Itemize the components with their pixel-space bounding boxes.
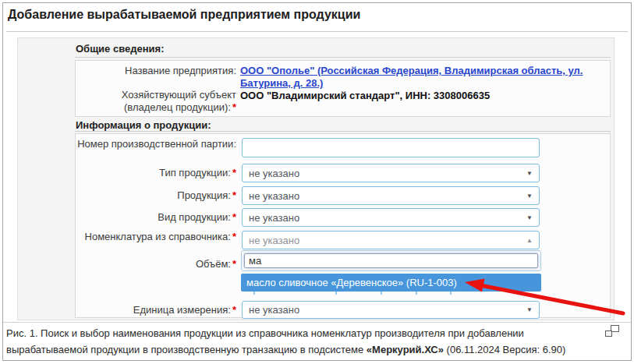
dropdown-arrow-icon: ▼ (526, 306, 533, 314)
nomenclature-combobox[interactable]: не указано ▲ (242, 231, 540, 249)
unit-select[interactable]: не указано ▼ (242, 301, 540, 319)
product-section-heading: Информация о продукции: (76, 119, 211, 131)
enterprise-name-link[interactable]: ООО "Ополье" (Российская Федерация, Влад… (240, 65, 613, 90)
caption-divider (3, 322, 631, 323)
page: Добавление вырабатываемой предприятием п… (0, 0, 634, 364)
hidden-field-edge (450, 292, 452, 295)
page-title: Добавление вырабатываемой предприятием п… (8, 8, 360, 22)
product-type-label: Тип продукции:* (77, 167, 236, 179)
required-asterisk: * (232, 231, 236, 242)
product-kind-select[interactable]: не указано ▼ (242, 208, 540, 227)
product-label: Продукция:* (77, 189, 236, 202)
hidden-field-edge (253, 292, 255, 295)
dropdown-arrow-icon: ▼ (526, 170, 533, 178)
owner-label: Хозяйствующий субъект (владелец продукци… (77, 89, 236, 114)
general-section-divider (75, 57, 611, 58)
required-asterisk: * (232, 101, 236, 113)
title-divider (6, 31, 628, 32)
product-type-select[interactable]: не указано ▼ (242, 164, 540, 182)
required-asterisk: * (232, 167, 236, 178)
hidden-field-edge (416, 292, 417, 295)
unit-label: Единица измерения:* (77, 304, 236, 316)
nomenclature-dropdown (241, 250, 541, 271)
hidden-field-edge (381, 292, 382, 295)
required-asterisk: * (232, 189, 236, 201)
dropup-arrow-icon: ▲ (526, 237, 533, 245)
dropdown-arrow-icon: ▼ (526, 193, 533, 200)
dropdown-arrow-icon: ▼ (526, 214, 533, 222)
required-asterisk: * (232, 258, 236, 270)
required-asterisk: * (232, 304, 236, 316)
nomenclature-search-input[interactable] (244, 253, 538, 268)
owner-value: ООО "Владимирский стандарт", ИНН: 330800… (240, 90, 490, 101)
batch-number-input[interactable] (242, 138, 540, 157)
general-section-heading: Общие сведения: (76, 43, 164, 55)
required-asterisk: * (232, 211, 236, 223)
product-kind-label: Вид продукции:* (77, 211, 236, 224)
figure-caption: Рис. 1. Поиск и выбор наименования проду… (6, 325, 587, 358)
hidden-field-edge (335, 292, 337, 295)
nomenclature-option[interactable]: масло сливочное «Деревенское» (RU-1-003) (241, 274, 541, 292)
product-section-divider (75, 131, 611, 132)
open-in-new-window-icon[interactable] (605, 325, 619, 337)
batch-number-label: Номер производственной партии: (77, 138, 236, 150)
enterprise-name-label: Название предприятия: (77, 65, 236, 77)
nomenclature-label: Номенклатура из справочника:* (77, 231, 236, 243)
product-select[interactable]: не указано ▼ (242, 186, 540, 205)
volume-label: Объём:* (77, 258, 236, 270)
